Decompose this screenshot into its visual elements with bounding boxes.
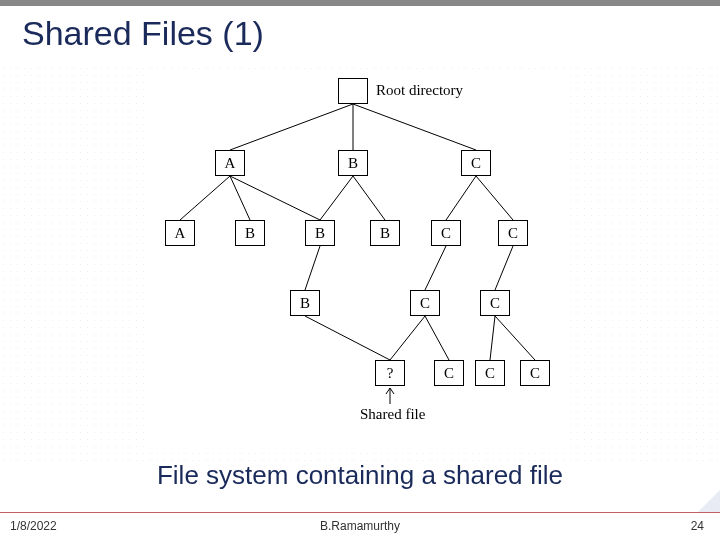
- svg-line-17: [495, 316, 535, 360]
- svg-line-7: [353, 176, 385, 220]
- svg-line-10: [305, 246, 320, 290]
- tree-edges: [150, 70, 570, 450]
- footer-pagenum: 24: [691, 519, 704, 533]
- svg-line-3: [180, 176, 230, 220]
- svg-line-8: [446, 176, 476, 220]
- svg-line-16: [490, 316, 495, 360]
- svg-line-15: [425, 316, 449, 360]
- svg-line-0: [230, 104, 353, 150]
- svg-line-19: [386, 388, 390, 394]
- filesystem-tree-diagram: Root directory A B C A B B B C C B C C ?…: [150, 70, 570, 450]
- svg-line-6: [320, 176, 353, 220]
- svg-line-13: [305, 316, 390, 360]
- slide-caption: File system containing a shared file: [0, 460, 720, 491]
- svg-line-20: [390, 388, 394, 394]
- footer-date: 1/8/2022: [10, 519, 57, 533]
- slide-title: Shared Files (1): [22, 14, 264, 53]
- slide-footer: 1/8/2022 B.Ramamurthy 24: [0, 512, 720, 540]
- footer-author: B.Ramamurthy: [320, 519, 400, 533]
- svg-line-4: [230, 176, 250, 220]
- svg-line-9: [476, 176, 513, 220]
- svg-line-12: [495, 246, 513, 290]
- svg-line-11: [425, 246, 446, 290]
- svg-line-2: [353, 104, 476, 150]
- pagefold-icon: [698, 490, 720, 512]
- svg-line-14: [390, 316, 425, 360]
- svg-line-5: [230, 176, 320, 220]
